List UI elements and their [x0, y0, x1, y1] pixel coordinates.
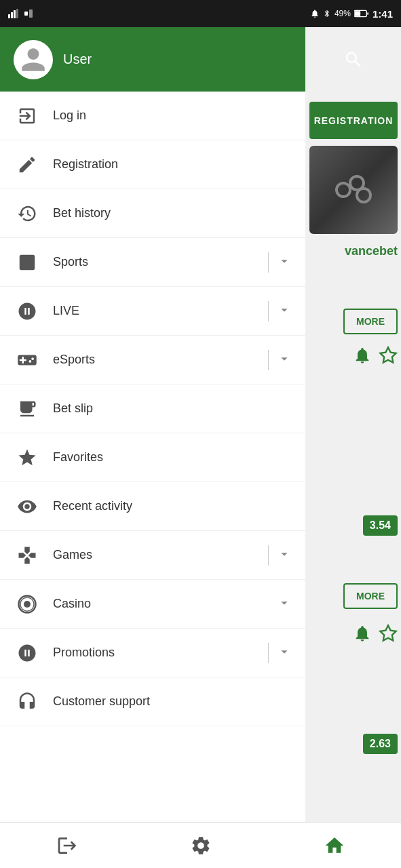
bet-slip-icon — [14, 395, 41, 422]
recent-activity-icon — [14, 493, 41, 520]
esports-icon — [14, 347, 41, 374]
more-button-1[interactable]: MORE — [343, 309, 398, 334]
sports-icon — [14, 249, 41, 276]
games-separator — [268, 545, 269, 566]
drawer-header: User — [0, 27, 305, 92]
promo-card — [309, 146, 398, 234]
svg-rect-8 — [367, 12, 368, 15]
svg-point-11 — [357, 189, 370, 202]
menu-item-favorites[interactable]: Favorites — [0, 433, 305, 482]
svg-rect-1 — [11, 12, 13, 18]
more-button-2[interactable]: MORE — [343, 583, 398, 609]
sports-separator — [268, 252, 269, 273]
status-time: 1:41 — [373, 8, 393, 20]
svg-point-17 — [26, 645, 29, 648]
login-icon — [14, 102, 41, 130]
bottom-nav-logout[interactable] — [0, 823, 134, 868]
status-bar: 49% 1:41 — [0, 0, 401, 27]
navigation-drawer: User Log in Registration — [0, 27, 305, 868]
svg-rect-2 — [14, 10, 16, 18]
menu-item-sports[interactable]: Sports — [0, 238, 305, 287]
user-avatar-icon — [19, 45, 47, 74]
svg-point-9 — [337, 183, 350, 197]
login-label: Log in — [53, 108, 292, 123]
menu-item-games[interactable]: Games — [0, 531, 305, 580]
registration-button[interactable]: REGISTRATION — [309, 102, 398, 139]
esports-label: eSports — [53, 353, 268, 367]
status-left — [8, 9, 33, 18]
avatar — [14, 40, 53, 79]
bluetooth-icon — [323, 9, 331, 18]
menu-item-esports[interactable]: eSports — [0, 336, 305, 384]
alarm-icon — [310, 9, 320, 18]
menu-item-customer-support[interactable]: Customer support — [0, 677, 305, 726]
svg-rect-0 — [8, 14, 10, 18]
logout-icon — [56, 835, 78, 856]
registration-label: Registration — [53, 157, 292, 172]
data-icon — [24, 9, 33, 18]
svg-marker-12 — [380, 347, 396, 362]
battery-icon — [354, 9, 369, 18]
live-icon — [14, 298, 41, 325]
sports-label: Sports — [53, 255, 268, 269]
esports-chevron — [277, 351, 292, 369]
games-chevron — [277, 547, 292, 564]
menu-item-casino[interactable]: Casino — [0, 580, 305, 629]
username-label: User — [63, 52, 92, 67]
brand-label: vancebet — [345, 244, 398, 258]
settings-icon — [190, 835, 212, 856]
live-label: LIVE — [53, 304, 268, 318]
games-label: Games — [53, 548, 268, 562]
live-chevron — [277, 302, 292, 320]
menu-list: Log in Registration Bet history — [0, 92, 305, 868]
svg-rect-7 — [355, 11, 360, 16]
search-button[interactable] — [305, 27, 401, 92]
favorites-icon — [14, 444, 41, 471]
menu-item-registration[interactable]: Registration — [0, 140, 305, 189]
customer-support-label: Customer support — [53, 694, 292, 709]
svg-marker-13 — [380, 625, 396, 640]
svg-rect-4 — [24, 12, 28, 16]
casino-icon — [14, 591, 41, 618]
registration-icon — [14, 151, 41, 178]
menu-item-live[interactable]: LIVE — [0, 287, 305, 336]
home-icon — [324, 835, 345, 856]
search-icon — [343, 50, 364, 70]
menu-item-bet-slip[interactable]: Bet slip — [0, 384, 305, 433]
bell-icon[interactable] — [353, 346, 372, 365]
star-icon-2[interactable] — [379, 624, 398, 643]
svg-rect-5 — [29, 9, 33, 18]
customer-support-icon — [14, 688, 41, 715]
bottom-nav-home[interactable] — [267, 823, 401, 868]
score-value-1: 3.54 — [363, 515, 398, 536]
menu-item-login[interactable]: Log in — [0, 92, 305, 140]
casino-label: Casino — [53, 597, 277, 611]
action-icons-2 — [353, 624, 398, 643]
promotions-chevron — [277, 644, 292, 662]
casino-chevron — [277, 595, 292, 613]
promotions-icon — [14, 639, 41, 667]
status-right: 49% 1:41 — [310, 8, 393, 20]
bet-history-label: Bet history — [53, 206, 292, 220]
star-icon[interactable] — [379, 346, 398, 365]
favorites-label: Favorites — [53, 450, 292, 465]
promotions-label: Promotions — [53, 646, 268, 660]
svg-point-15 — [24, 601, 31, 608]
bottom-navigation — [0, 822, 401, 868]
svg-rect-3 — [16, 9, 18, 18]
live-separator — [268, 301, 269, 321]
games-icon — [14, 542, 41, 569]
bet-slip-label: Bet slip — [53, 401, 292, 416]
menu-item-promotions[interactable]: Promotions — [0, 629, 305, 677]
menu-item-bet-history[interactable]: Bet history — [0, 189, 305, 238]
promotions-separator — [268, 643, 269, 663]
signal-icon — [8, 9, 20, 18]
chains-graphic — [333, 170, 374, 210]
esports-separator — [268, 350, 269, 370]
action-icons-1 — [353, 346, 398, 365]
bottom-nav-settings[interactable] — [134, 823, 267, 868]
menu-item-recent-activity[interactable]: Recent activity — [0, 482, 305, 531]
bell-icon-2[interactable] — [353, 624, 372, 643]
recent-activity-label: Recent activity — [53, 499, 292, 513]
bet-history-icon — [14, 200, 41, 227]
